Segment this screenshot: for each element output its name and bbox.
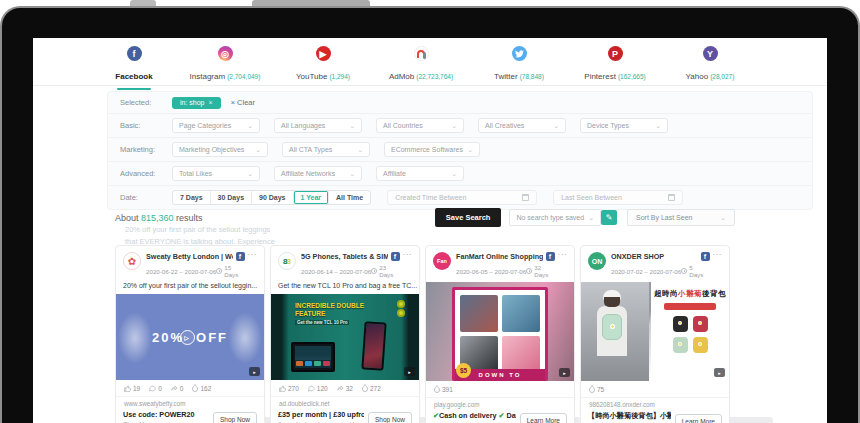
- selected-filter-chip[interactable]: in: shop×: [172, 97, 221, 109]
- save-search-button[interactable]: Save Search: [435, 208, 502, 227]
- cta-button[interactable]: Learn More: [675, 414, 722, 423]
- select-affiliate-networks[interactable]: Affiliate Networks⌄: [274, 166, 362, 181]
- tab-count: (78,848): [520, 73, 544, 80]
- chevron-down-icon: ⌄: [349, 172, 355, 176]
- tab-youtube[interactable]: ▶ YouTube(1,294): [277, 44, 369, 89]
- yahoo-icon: Y: [703, 46, 718, 61]
- chip-close-icon[interactable]: ×: [209, 99, 213, 106]
- app-screen: f Facebook ◎ Instagram(2,704,049) ▶ YouT…: [33, 38, 827, 423]
- ad-card-onxder[interactable]: ON ONXDER SHOP 2020-07-02 – 2020-07-065 …: [580, 245, 730, 423]
- tab-label: Yahoo: [686, 72, 709, 81]
- select-device-types[interactable]: Device Types⌄: [580, 118, 668, 133]
- select-page-categories[interactable]: Page Categories⌄: [172, 118, 260, 133]
- facebook-icon: f: [701, 252, 710, 261]
- ad-creative-image[interactable]: DOWN TO $5 ▸: [426, 282, 574, 381]
- ad-card-fanmart[interactable]: Fan FanMart Online Shopping - F... 2020-…: [425, 245, 575, 423]
- ee-logo: [397, 300, 405, 317]
- more-menu-icon[interactable]: ···: [558, 252, 568, 258]
- page-name[interactable]: FanMart Online Shopping - F...: [456, 252, 543, 261]
- tab-label: YouTube: [296, 72, 327, 81]
- date-option-1year[interactable]: 1 Year: [294, 191, 330, 204]
- facebook-icon: f: [546, 252, 555, 261]
- network-tabbar: f Facebook ◎ Instagram(2,704,049) ▶ YouT…: [95, 44, 755, 96]
- ad-creative-image[interactable]: 20%▷OFF ▸: [116, 294, 264, 380]
- cta-button[interactable]: Learn More: [520, 413, 567, 423]
- backpack-swatches: [651, 316, 729, 353]
- tab-facebook[interactable]: f Facebook: [95, 44, 173, 96]
- tab-yahoo[interactable]: Y Yahoo(28,027): [665, 44, 755, 89]
- ad-card-sweaty-betty[interactable]: ✿ Sweaty Betty London | Wom... 2020-06-2…: [115, 245, 265, 423]
- tab-count: (22,723,764): [416, 73, 453, 80]
- page-name[interactable]: Sweaty Betty London | Wom...: [146, 252, 233, 261]
- sort-dropdown[interactable]: Sort By Last Seen⌄: [627, 209, 735, 226]
- tab-twitter[interactable]: Twitter(78,848): [473, 44, 565, 89]
- saved-search-dropdown[interactable]: No search type saved⌄: [509, 209, 601, 226]
- avatar: ON: [588, 252, 606, 270]
- heat-count: 75: [589, 385, 604, 393]
- cta-button[interactable]: Shop Now: [368, 412, 412, 423]
- tab-pinterest[interactable]: P Pinterest(162,665): [565, 44, 665, 89]
- ad-domain[interactable]: www.sweatybetty.com: [116, 397, 264, 409]
- stats-row: 19 0 0 162: [116, 380, 264, 397]
- chevron-down-icon: ⌄: [720, 216, 726, 220]
- date-option-alltime[interactable]: All Time: [329, 191, 370, 204]
- select-cta-types[interactable]: All CTA Types⌄: [282, 142, 370, 157]
- play-icon: ▷: [180, 330, 195, 345]
- admob-icon: [414, 46, 429, 61]
- ad-creative-image[interactable]: 超時尚小雛菊後背包 ▸: [581, 282, 729, 381]
- ad-domain[interactable]: ad.doubleclick.net: [271, 397, 419, 409]
- ad-domain[interactable]: 986208148.onxder.com: [581, 398, 729, 410]
- page-name[interactable]: 5G Phones, Tablets & SIMs | ...: [301, 252, 388, 261]
- more-menu-icon[interactable]: ···: [713, 252, 723, 258]
- phone-graphic: [361, 321, 386, 370]
- creative-subline: Get the new TCL 10 Pro: [295, 320, 349, 325]
- last-seen-input[interactable]: Last Seen Between: [553, 190, 683, 205]
- created-time-input[interactable]: Created Time Between: [387, 190, 537, 205]
- share-count: 0: [171, 385, 184, 392]
- date-option-90days[interactable]: 90 Days: [252, 191, 293, 204]
- cta-button[interactable]: Shop Now: [213, 412, 257, 423]
- facebook-icon: f: [127, 46, 142, 61]
- select-marketing-objectives[interactable]: Marketing Objectives⌄: [172, 142, 268, 157]
- facebook-icon: f: [391, 252, 400, 261]
- tab-label: Twitter: [494, 72, 518, 81]
- edit-saved-search-button[interactable]: ✎: [601, 210, 617, 225]
- more-menu-icon[interactable]: ···: [248, 252, 258, 258]
- select-total-likes[interactable]: Total Likes⌄: [172, 166, 260, 181]
- product-panel: 超時尚小雛菊後背包: [651, 282, 729, 381]
- video-badge-icon: ▸: [559, 368, 570, 377]
- ad-domain[interactable]: play.google.com: [426, 398, 574, 410]
- select-ecommerce-softwares[interactable]: ECommerce Softwares⌄: [384, 142, 480, 157]
- ad-card-5g-phones[interactable]: 88 5G Phones, Tablets & SIMs | ... 2020-…: [270, 245, 420, 423]
- select-creatives[interactable]: All Creatives⌄: [478, 118, 566, 133]
- ad-text: 20% off your first pair of the sellout l…: [116, 282, 264, 294]
- filter-panel: Selected: in: shop× × Clear Basic: Page …: [107, 91, 813, 210]
- clock-icon: [371, 268, 377, 274]
- select-affiliate[interactable]: Affiliate⌄: [376, 166, 464, 181]
- creative-headline: 超時尚小雛菊後背包: [651, 289, 729, 299]
- like-count: 19: [124, 385, 140, 392]
- more-menu-icon[interactable]: ···: [403, 252, 413, 258]
- filter-row-advanced: Advanced: Total Likes⌄ Affiliate Network…: [108, 162, 812, 186]
- date-option-30days[interactable]: 30 Days: [211, 191, 252, 204]
- price-badge: $5: [456, 363, 471, 378]
- clock-icon: [216, 268, 222, 274]
- tab-instagram[interactable]: ◎ Instagram(2,704,049): [173, 44, 277, 89]
- chevron-down-icon: ⌄: [247, 124, 253, 128]
- date-option-7days[interactable]: 7 Days: [173, 191, 211, 204]
- chevron-down-icon: ⌄: [655, 124, 661, 128]
- results-count-text: About 815,360 results: [115, 213, 203, 223]
- heat-count: 162: [192, 384, 211, 392]
- instagram-icon: ◎: [218, 46, 233, 61]
- comment-count: 0: [149, 385, 162, 392]
- clear-filters-button[interactable]: × Clear: [231, 98, 255, 107]
- tab-admob[interactable]: AdMob(22,723,764): [369, 44, 473, 89]
- select-languages[interactable]: All Languages⌄: [274, 118, 362, 133]
- heat-count: 272: [362, 384, 381, 392]
- tab-count: (162,665): [618, 73, 646, 80]
- select-countries[interactable]: All Countries⌄: [376, 118, 464, 133]
- ad-creative-image[interactable]: INCREDIBLE DOUBLEFEATURE Get the new TCL…: [271, 294, 419, 380]
- tv-graphic: [291, 342, 335, 372]
- chevron-down-icon: ⌄: [451, 124, 457, 128]
- page-name[interactable]: ONXDER SHOP: [611, 252, 698, 261]
